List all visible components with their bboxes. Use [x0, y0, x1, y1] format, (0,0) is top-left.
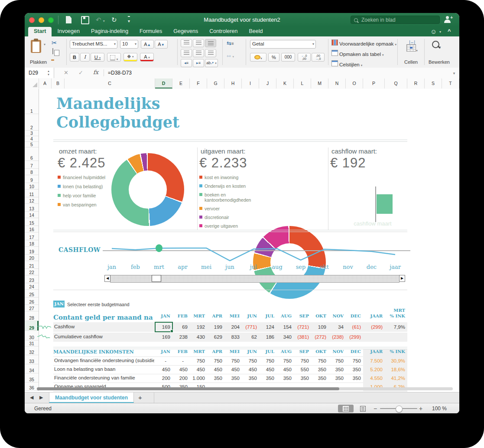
table-cell[interactable]: 450 — [276, 365, 294, 374]
copy-icon[interactable] — [52, 49, 53, 54]
select-all-corner[interactable] — [25, 78, 39, 88]
align-top-button[interactable] — [181, 39, 192, 47]
row-label[interactable]: Ontvangen financiële ondersteuning (subs… — [53, 358, 154, 363]
table-cell[interactable]: 350 — [294, 374, 311, 383]
selected-cell-d29[interactable] — [155, 322, 173, 332]
row-header-1[interactable]: 1 — [25, 89, 39, 114]
row-header-36[interactable]: 36 — [25, 383, 39, 391]
row-header-26[interactable]: 26 — [25, 298, 39, 305]
collapse-ribbon-icon[interactable]: ^ — [448, 28, 451, 34]
row-header-31[interactable]: 31 — [25, 340, 39, 347]
row-header-21[interactable]: 21 — [25, 261, 39, 269]
column-header-P[interactable]: P — [363, 78, 385, 88]
table-cell[interactable]: 450 — [172, 365, 190, 374]
row-header-2[interactable]: 2 — [25, 114, 39, 131]
grow-font-button[interactable]: A▲ — [141, 40, 154, 49]
table-cell[interactable]: (299) — [346, 333, 363, 342]
table-cell[interactable]: 750 — [328, 356, 346, 365]
row-header-18[interactable]: 18 — [25, 240, 39, 247]
insert-function-icon[interactable]: fx — [93, 69, 98, 75]
paste-caret[interactable]: ▾ — [44, 43, 45, 46]
row-header-34[interactable]: 34 — [25, 364, 39, 373]
table-cell[interactable]: 350 — [311, 374, 328, 383]
table-cell[interactable]: 69 — [172, 322, 190, 332]
zoom-out-button[interactable]: − — [374, 405, 377, 412]
align-bottom-button[interactable] — [205, 39, 216, 47]
formulabar-expand-icon[interactable]: ▼ — [452, 72, 456, 75]
row-label[interactable]: Loon na belasting van baan — [53, 366, 154, 372]
column-header-N[interactable]: N — [328, 78, 346, 88]
align-left-button[interactable] — [181, 49, 192, 57]
column-header-B[interactable]: B — [52, 78, 65, 88]
font-size-select[interactable]: 10▾ — [120, 40, 138, 49]
bold-button[interactable]: B — [70, 53, 79, 62]
table-cell[interactable]: (272) — [311, 333, 328, 342]
table-cell[interactable]: (771) — [242, 322, 259, 332]
cut-icon[interactable]: ✂ — [52, 39, 57, 47]
number-format-select[interactable]: Getal▾ — [250, 40, 316, 49]
align-center-button[interactable] — [193, 49, 204, 57]
normal-view-button[interactable] — [338, 405, 354, 412]
align-right-button[interactable] — [205, 49, 216, 57]
table-cell[interactable]: 750 — [224, 356, 242, 365]
table-cell[interactable]: 450 — [155, 365, 172, 374]
underline-button[interactable]: U ▾ — [91, 53, 104, 62]
table-cell[interactable]: 833 — [224, 333, 242, 342]
feedback-smiley-icon[interactable]: ☺ — [430, 28, 437, 35]
table-cell[interactable]: 750 — [207, 356, 224, 365]
row-header-23[interactable]: 23 — [25, 275, 39, 283]
table-cell[interactable]: 124 — [259, 322, 276, 332]
decrease-indent-button[interactable]: ◂≡ — [181, 59, 192, 67]
table-cell[interactable]: 192 — [190, 322, 207, 332]
zoom-slider-thumb[interactable] — [396, 405, 403, 412]
row-header-10[interactable]: 10 — [25, 183, 39, 190]
column-header-E[interactable]: E — [172, 78, 190, 88]
table-cell[interactable]: 4.550 — [363, 374, 385, 383]
ribbon-tab-start[interactable]: Start — [28, 27, 52, 36]
increase-indent-button[interactable]: ▸≡ — [193, 59, 204, 67]
merge-cells-icon[interactable]: ⇿ ▾ — [227, 53, 234, 59]
cell-styles-button[interactable]: Celstijlen ▾ — [331, 60, 362, 67]
table-cell[interactable]: 238 — [172, 333, 190, 342]
share-person-add-icon[interactable]: + — [444, 16, 452, 23]
row-header-13[interactable]: 13 — [25, 204, 39, 212]
ribbon-tab-formules[interactable]: Formules — [134, 27, 168, 36]
row-header-16[interactable]: 16 — [25, 226, 39, 232]
table-cell[interactable]: 350 — [346, 365, 363, 374]
ribbon-tab-controleren[interactable]: Controleren — [204, 27, 243, 36]
row-label[interactable]: Cumulatieve cashflow — [53, 334, 154, 339]
shrink-font-button[interactable]: A▼ — [155, 40, 168, 49]
scrollbar-right-arrow[interactable]: ▶ — [399, 275, 405, 282]
table-cell[interactable]: 629 — [207, 333, 224, 342]
add-sheet-button[interactable]: + — [138, 394, 142, 401]
table-cell[interactable]: 204 — [224, 322, 242, 332]
comma-style-button[interactable]: 000 — [281, 53, 295, 62]
row-header-11[interactable]: 11 — [25, 190, 39, 197]
row-header-15[interactable]: 15 — [25, 218, 39, 226]
row-header-35[interactable]: 35 — [25, 373, 39, 383]
orientation-button[interactable]: ab↗ ▾ — [205, 59, 218, 67]
table-cell[interactable]: 350 — [259, 374, 276, 383]
confirm-icon[interactable]: ✓ — [78, 69, 83, 76]
table-cell[interactable]: 750 — [190, 356, 207, 365]
table-cell[interactable]: (299) — [363, 322, 385, 332]
edit-search-icon[interactable]: ▾ — [432, 41, 441, 49]
row-header-7[interactable]: 7 — [25, 161, 39, 169]
table-cell[interactable]: 750 — [346, 356, 363, 365]
conditional-formatting-button[interactable]: Voorwaardelijke opmaak ▾ — [331, 39, 396, 46]
cells-button[interactable]: |↔|▾ — [403, 39, 422, 52]
ribbon-tab-invoegen[interactable]: Invoegen — [52, 27, 85, 36]
format-as-table-button[interactable]: Opmaken als tabel ▾ — [331, 50, 384, 57]
italic-button[interactable]: I — [80, 53, 90, 62]
column-header-L[interactable]: L — [294, 78, 311, 88]
row-header-4[interactable]: 4 — [25, 136, 39, 142]
row-header-12[interactable]: 12 — [25, 197, 39, 204]
table-cell[interactable]: 350 — [242, 374, 259, 383]
first-month-badge[interactable]: JAN — [53, 301, 65, 307]
row-header-8[interactable]: 8 — [25, 169, 39, 175]
table-cell[interactable]: 41,2% — [385, 374, 407, 383]
column-header-M[interactable]: M — [311, 78, 328, 88]
column-header-A[interactable]: A — [39, 78, 52, 88]
table-cell[interactable]: 30,9% — [385, 356, 407, 365]
table-cell[interactable]: 750 — [311, 356, 328, 365]
